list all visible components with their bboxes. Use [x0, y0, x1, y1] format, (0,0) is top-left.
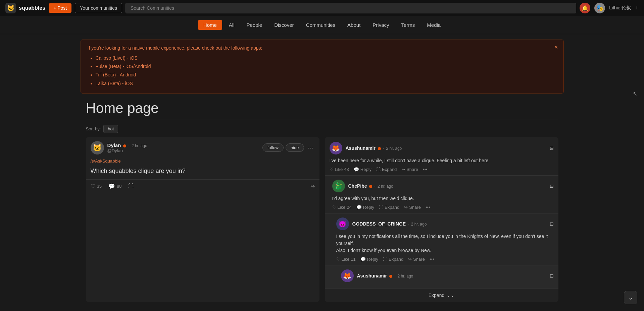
- reply-icon: 💬: [360, 257, 366, 262]
- top-comment-expand[interactable]: ⛶ Expand: [376, 167, 397, 172]
- nested-comment-3-avatar: 🦊: [341, 269, 354, 282]
- nested-comment-3-meta: Asushunamir · 2 hr. ago: [357, 273, 413, 278]
- nested-2-share[interactable]: ↪ Share: [408, 257, 425, 262]
- nested-2-expand[interactable]: ⛶ Expand: [383, 257, 403, 262]
- post-author-name[interactable]: Dylan: [107, 142, 121, 148]
- expand-label: Expand: [389, 257, 403, 262]
- follow-button[interactable]: follow: [262, 143, 284, 152]
- expand-icon: ⛶: [376, 167, 381, 172]
- nested-comment-2-meta: GODDESS_OF_CRINGE · 2 hr. ago: [352, 221, 427, 227]
- expand-footer-icon: ⌄⌄: [446, 293, 454, 298]
- nav-item-communities[interactable]: Communities: [301, 20, 341, 30]
- nested-comment-1-actions: ♡ Like 24 💬 Reply ⛶ Expand ↪ Share ••: [332, 205, 554, 210]
- reply-label: Reply: [360, 167, 371, 172]
- nav-item-all[interactable]: All: [224, 20, 240, 30]
- nav-item-privacy[interactable]: Privacy: [367, 20, 394, 30]
- like-label: Like: [338, 205, 346, 210]
- post-card: 🐱 Dylan · 2 hr. ago @Dylan follow hide ⋯…: [86, 137, 319, 302]
- comment-icon: 💬: [108, 183, 115, 189]
- share-label: Share: [406, 167, 418, 172]
- nested-1-like[interactable]: ♡ Like 24: [332, 205, 352, 210]
- post-footer: ♡ 35 💬 88 ⛶ ↪: [86, 179, 319, 193]
- more-icon: •••: [430, 257, 434, 262]
- nav-item-people[interactable]: People: [241, 20, 267, 30]
- nav-item-about[interactable]: About: [342, 20, 366, 30]
- nav-item-terms[interactable]: Terms: [396, 20, 420, 30]
- search-input[interactable]: [126, 3, 576, 13]
- top-comment-meta: Asushunamir · 2 hr. ago: [346, 145, 402, 151]
- new-post-button[interactable]: + Post: [49, 3, 71, 13]
- like-count: 43: [344, 167, 349, 172]
- nested-comment-2-text: I see you in my notifications all the ti…: [336, 233, 554, 254]
- chevron-down-icon: ⌄: [628, 294, 633, 301]
- nested-comment-3-time: 2 hr. ago: [398, 274, 413, 278]
- notification-bell[interactable]: 🔔: [580, 3, 590, 13]
- nested-1-share[interactable]: ↪ Share: [404, 205, 421, 210]
- nested-comment-1-text: I'd agree with you, but then we'd clique…: [332, 195, 554, 202]
- nested-comment-3-collapse[interactable]: ⊟: [550, 273, 554, 278]
- top-comment-more[interactable]: •••: [423, 167, 428, 172]
- top-comment-share[interactable]: ↪ Share: [401, 167, 418, 172]
- hide-button[interactable]: hide: [286, 143, 304, 152]
- top-comment-text: I've been here for a while, I still don'…: [330, 157, 554, 164]
- nested-comment-1-collapse[interactable]: ⊟: [550, 183, 554, 189]
- nested-comment-2-author[interactable]: GODDESS_OF_CRINGE: [352, 221, 406, 227]
- nav-item-media[interactable]: Media: [422, 20, 446, 30]
- post-comments-count: 88: [117, 184, 121, 189]
- nested-1-reply[interactable]: 💬 Reply: [356, 205, 374, 210]
- nested-1-expand[interactable]: ⛶ Expand: [379, 205, 399, 210]
- top-comment-collapse[interactable]: ⊟: [550, 145, 554, 151]
- post-comments[interactable]: 💬 88: [108, 183, 121, 189]
- comment-thread-card: 🦊 Asushunamir · 2 hr. ago ⊟ I've been he…: [325, 137, 558, 302]
- post-share-button[interactable]: ↪: [310, 183, 315, 189]
- nested-comment-2-time: 2 hr. ago: [411, 222, 427, 227]
- post-header: 🐱 Dylan · 2 hr. ago @Dylan follow hide ⋯: [86, 137, 319, 159]
- nested-comment-1-meta: ChePibe · 2 hr. ago: [348, 183, 393, 189]
- nested-1-more[interactable]: •••: [426, 205, 430, 210]
- sort-hot-button[interactable]: hot: [103, 125, 118, 133]
- page-title: Home page: [86, 100, 558, 116]
- post-body: Which squabbles clique are you in?: [86, 166, 319, 179]
- nav-item-discover[interactable]: Discover: [269, 20, 299, 30]
- nested-comment-1-author[interactable]: ChePibe: [348, 183, 367, 189]
- heart-icon: ♡: [332, 205, 336, 210]
- nested-comment-2-actions: ♡ Like 11 💬 Reply ⛶ Expand ↪ Share ••: [336, 257, 554, 262]
- share-icon: ↪: [404, 205, 408, 210]
- nested-comment-3-author[interactable]: Asushunamir: [357, 273, 387, 278]
- topbar: 🐱 squabbles + Post Your communities 🔔 🎭 …: [0, 0, 644, 16]
- nested-2-reply[interactable]: 💬 Reply: [360, 257, 378, 262]
- post-author-avatar: 🐱: [91, 141, 104, 154]
- top-comment-reply[interactable]: 💬 Reply: [354, 167, 371, 172]
- nested-2-more[interactable]: •••: [430, 257, 434, 262]
- top-comment-like[interactable]: ♡ Like 43: [330, 167, 349, 172]
- top-comment: 🦊 Asushunamir · 2 hr. ago ⊟ I've been he…: [325, 137, 558, 175]
- top-comment-author[interactable]: Asushunamir: [346, 145, 376, 151]
- top-comment-time: 2 hr. ago: [386, 146, 402, 151]
- thread-expand-footer[interactable]: Expand ⌄⌄: [325, 288, 558, 302]
- like-label: Like: [342, 257, 350, 262]
- post-more-button[interactable]: ⋯: [306, 144, 315, 151]
- post-meta: Dylan · 2 hr. ago @Dylan: [107, 142, 259, 153]
- top-comment-actions: ♡ Like 43 💬 Reply ⛶ Expand ↪ Share ••: [330, 167, 554, 172]
- heart-icon: ♡: [336, 257, 340, 262]
- divider: [86, 120, 558, 120]
- post-expand-button[interactable]: ⛶: [128, 183, 134, 189]
- topbar-right: 🔔 🎭 Lithie 伦叔 +: [580, 3, 639, 13]
- post-likes-count: 35: [97, 184, 102, 189]
- your-communities-button[interactable]: Your communities: [75, 3, 122, 13]
- post-likes[interactable]: ♡ 35: [91, 183, 102, 189]
- app-logo[interactable]: 🐱 squabbles: [5, 3, 45, 13]
- nav-item-home[interactable]: Home: [198, 20, 222, 30]
- avatar[interactable]: 🎭: [594, 3, 605, 13]
- nested-comment-2-collapse[interactable]: ⊟: [550, 221, 554, 227]
- nested-2-like[interactable]: ♡ Like 11: [336, 257, 356, 262]
- plus-icon[interactable]: +: [635, 5, 639, 12]
- mobile-app-banner: If you're looking for a native mobile ex…: [81, 40, 564, 94]
- nested-comment-2-header: 😈 GODDESS_OF_CRINGE · 2 hr. ago ⊟: [336, 217, 554, 230]
- secondary-nav: Home All People Discover Communities Abo…: [0, 16, 644, 34]
- bell-icon: 🔔: [582, 5, 588, 11]
- share-label: Share: [409, 205, 421, 210]
- post-community[interactable]: /s/AskSquabble: [86, 159, 319, 166]
- scroll-to-bottom-button[interactable]: ⌄: [624, 291, 637, 304]
- banner-close-button[interactable]: ×: [554, 44, 558, 51]
